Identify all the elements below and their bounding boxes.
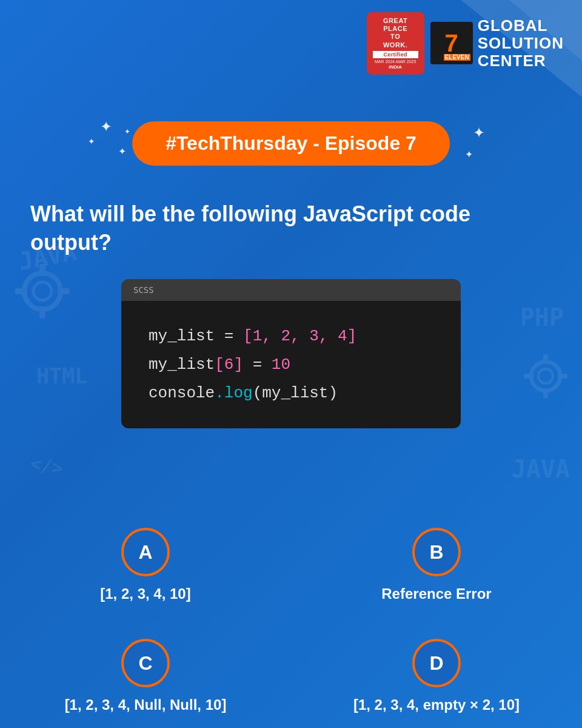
question-text: What will be the following JavaScript co… (30, 200, 552, 257)
code-l3-log: .log (215, 384, 252, 402)
option-circle-c: C (121, 639, 170, 687)
episode-badge: #TechThursday - Episode 7 (132, 121, 450, 166)
svg-rect-12 (524, 374, 534, 379)
code-container: SCSS my_list = [1, 2, 3, 4] my_list[6] =… (121, 279, 461, 428)
question-container: What will be the following JavaScript co… (30, 200, 552, 257)
code-l2-eq: = (243, 356, 272, 374)
option-a[interactable]: A [1, 2, 3, 4, 10] (30, 528, 261, 602)
option-label-c: [1, 2, 3, 4, Null, Null, 10] (65, 696, 227, 713)
certified-text: Certified (373, 51, 418, 58)
option-label-d: [1, 2, 3, 4, empty × 2, 10] (353, 696, 520, 713)
bg-css-text: </> (28, 453, 64, 479)
code-l2-white: my_list (149, 356, 215, 374)
svg-rect-6 (15, 288, 27, 294)
code-l1-white: my_list = (149, 327, 243, 345)
code-line-2: my_list[6] = 10 (149, 351, 433, 379)
sparkle-3: ✦ (124, 127, 130, 136)
sparkle-1: ✦ (100, 118, 112, 135)
option-circle-b: B (412, 528, 461, 576)
code-l3-console: console (149, 384, 215, 402)
gptw-dates: MAR 2024-MAR 2025 (373, 59, 418, 64)
code-l2-bracket: [6] (215, 356, 243, 374)
svg-point-2 (24, 273, 61, 309)
svg-rect-7 (58, 288, 70, 294)
svg-rect-13 (558, 374, 567, 379)
gear-left (12, 261, 73, 324)
sparkle-4: ✦ (473, 124, 485, 141)
code-line-3: console.log(my_list) (149, 379, 433, 408)
brand-text: GLOBAL SOLUTION CENTER (478, 17, 564, 69)
sparkle-6: ✦ (88, 136, 95, 146)
svg-rect-10 (543, 354, 548, 364)
svg-rect-4 (39, 264, 45, 276)
option-circle-d: D (412, 639, 461, 687)
episode-text: #TechThursday - Episode 7 (166, 132, 416, 154)
gptw-badge: Great Place To Work. Certified MAR 2024-… (367, 12, 424, 75)
bg-php-text: PHP (520, 303, 564, 331)
option-d[interactable]: D [1, 2, 3, 4, empty × 2, 10] (321, 639, 552, 713)
sparkle-2: ✦ (118, 146, 126, 157)
svg-point-9 (538, 369, 553, 383)
gear-right (521, 352, 570, 403)
seven-badge: 7 ELEVEN (430, 22, 473, 64)
option-c[interactable]: C [1, 2, 3, 4, Null, Null, 10] (30, 639, 261, 713)
svg-point-3 (33, 282, 52, 300)
code-body: my_list = [1, 2, 3, 4] my_list[6] = 10 c… (121, 301, 461, 428)
episode-badge-container: #TechThursday - Episode 7 (132, 121, 450, 166)
option-label-a: [1, 2, 3, 4, 10] (100, 585, 190, 602)
svg-rect-11 (543, 388, 548, 398)
options-container: A [1, 2, 3, 4, 10] B Reference Error C [… (30, 528, 552, 713)
bg-java2-text: JAVA (512, 455, 570, 483)
code-lang-label: SCSS (121, 279, 461, 301)
gptw-country: INDIA (373, 64, 418, 70)
gptw-text: Great Place To Work. (373, 17, 418, 49)
background: JAVA HTML PHP JAVA </> Great Pl (0, 0, 582, 728)
option-circle-a: A (121, 528, 170, 576)
code-l2-val: 10 (272, 356, 290, 374)
option-label-b: Reference Error (381, 585, 491, 602)
code-line-1: my_list = [1, 2, 3, 4] (149, 322, 433, 351)
header-logos: Great Place To Work. Certified MAR 2024-… (367, 12, 564, 75)
code-l3-args: (my_list) (253, 384, 338, 402)
seven-eleven-logo: 7 ELEVEN GLOBAL SOLUTION CENTER (430, 17, 564, 69)
svg-point-8 (531, 362, 560, 391)
svg-rect-5 (39, 306, 45, 318)
option-b[interactable]: B Reference Error (321, 528, 552, 602)
code-l1-pink: [1, 2, 3, 4] (243, 327, 356, 345)
bg-html-text: HTML (36, 364, 87, 388)
sparkle-5: ✦ (465, 149, 473, 160)
